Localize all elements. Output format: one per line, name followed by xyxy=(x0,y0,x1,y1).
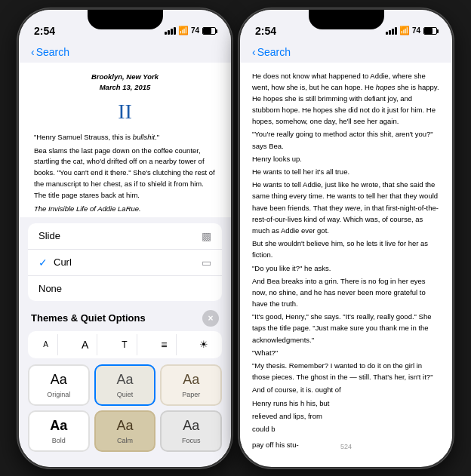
font-controls: A A T ≡ ☀ xyxy=(28,331,222,358)
right-para-2: Henry looks up. xyxy=(252,153,440,164)
focus-label: Focus xyxy=(182,437,201,444)
right-back-button[interactable]: ‹ Search xyxy=(252,46,291,58)
battery-label: 74 xyxy=(191,26,199,35)
notch xyxy=(88,10,163,29)
left-chevron-icon: ‹ xyxy=(31,46,35,58)
right-para-14: could b xyxy=(252,423,440,435)
themes-title: Themes & Quiet Options xyxy=(31,312,146,324)
right-para-4: He wants to tell Addie, just like he wro… xyxy=(252,179,440,236)
quiet-label: Quiet xyxy=(117,391,134,398)
right-status-bar: 2:54 📶 74 xyxy=(240,10,452,43)
right-para-8: "It's good, Henry," she says. "It's real… xyxy=(252,311,440,345)
small-a-icon: A xyxy=(43,340,48,349)
right-para-9: "What?" xyxy=(252,347,440,358)
book-para-0: "Henry Samuel Strauss, this is bullshit.… xyxy=(34,132,216,143)
spacing-icon: ≡ xyxy=(161,339,167,351)
right-wifi-icon: 📶 xyxy=(399,26,410,35)
left-status-bar: 2:54 📶 74 xyxy=(19,10,231,43)
close-button[interactable]: × xyxy=(202,310,219,327)
bottom-panel: Slide ▩ ✓ Curl ▭ None Themes & Quiet Opt… xyxy=(19,217,231,467)
left-status-icons: 📶 74 xyxy=(165,26,216,35)
none-label: None xyxy=(38,283,62,294)
left-back-button[interactable]: ‹ Search xyxy=(31,46,69,58)
theme-bold[interactable]: Aa Bold xyxy=(28,410,90,452)
right-para-3: He wants to tell her it's all true. xyxy=(252,166,440,177)
slide-icon: ▩ xyxy=(202,230,211,242)
right-battery-label: 74 xyxy=(412,26,420,35)
signal-icon xyxy=(165,27,176,35)
phones-container: 2:54 📶 74 ‹ Search xyxy=(17,8,454,468)
none-option[interactable]: None xyxy=(28,276,222,301)
right-back-label: Search xyxy=(257,46,291,58)
right-status-icons: 📶 74 xyxy=(386,26,437,35)
theme-calm[interactable]: Aa Calm xyxy=(94,410,156,452)
right-notch xyxy=(309,10,384,29)
check-icon: ✓ xyxy=(38,256,48,269)
increase-font-button[interactable]: A xyxy=(73,334,97,355)
book-para-1: Bea slams the last page down on the coff… xyxy=(34,146,216,201)
slide-option[interactable]: Slide ▩ xyxy=(28,223,222,250)
quiet-aa: Aa xyxy=(116,372,133,388)
curl-option[interactable]: ✓ Curl ▭ xyxy=(28,250,222,276)
right-para-10: "My thesis. Remember? I wanted to do it … xyxy=(252,360,440,382)
decrease-font-button[interactable]: A xyxy=(34,334,58,355)
right-para-6: "Do you like it?" he asks. xyxy=(252,263,440,274)
right-para-1: "You're really going to method actor thi… xyxy=(252,128,440,151)
right-chevron-icon: ‹ xyxy=(252,46,256,58)
wifi-icon: 📶 xyxy=(178,26,189,35)
book-chapter: II xyxy=(34,96,216,127)
right-battery-icon xyxy=(423,27,437,35)
book-location: Brooklyn, New York March 13, 2015 xyxy=(34,72,216,94)
right-para-5: But she wouldn't believe him, so he lets… xyxy=(252,238,440,260)
right-para-12: Henry runs his h his, but xyxy=(252,398,440,409)
left-phone: 2:54 📶 74 ‹ Search xyxy=(17,8,232,468)
theme-paper[interactable]: Aa Paper xyxy=(160,364,222,406)
right-nav-bar: ‹ Search xyxy=(240,43,452,63)
battery-icon xyxy=(202,27,216,35)
curl-icon: ▭ xyxy=(202,256,211,269)
paper-label: Paper xyxy=(182,391,200,398)
left-nav-bar: ‹ Search xyxy=(19,43,231,63)
theme-original[interactable]: Aa Original xyxy=(28,364,90,406)
paper-aa: Aa xyxy=(183,372,199,388)
close-icon: × xyxy=(208,313,213,324)
right-time: 2:54 xyxy=(255,25,276,37)
theme-focus[interactable]: Aa Focus xyxy=(160,410,222,452)
font-type-icon: T xyxy=(122,339,127,350)
calm-label: Calm xyxy=(117,437,133,444)
page-number: 524 xyxy=(340,443,352,450)
font-select-button[interactable]: T xyxy=(113,334,137,355)
spacing-button[interactable]: ≡ xyxy=(152,334,177,355)
slide-label: Slide xyxy=(38,230,60,241)
theme-grid: Aa Original Aa Quiet Aa Paper Aa Bold Aa xyxy=(28,364,222,452)
bold-label: Bold xyxy=(52,437,66,444)
brightness-button[interactable]: ☀ xyxy=(192,334,216,355)
large-a-icon: A xyxy=(82,339,88,351)
calm-aa: Aa xyxy=(116,418,133,434)
right-para-7: And Bea breaks into a grin. There is no … xyxy=(252,275,440,310)
brightness-icon: ☀ xyxy=(199,339,208,350)
right-para-16: icate a little while xyxy=(252,452,440,454)
curl-label: Curl xyxy=(54,256,202,268)
original-aa: Aa xyxy=(51,372,67,388)
original-label: Original xyxy=(47,391,70,398)
bold-aa: Aa xyxy=(50,418,67,434)
right-para-13: relieved and lips, from xyxy=(252,410,440,422)
theme-quiet[interactable]: Aa Quiet xyxy=(94,364,156,406)
left-back-label: Search xyxy=(36,46,69,58)
right-para-11: And of course, it is. ought of xyxy=(252,384,440,395)
left-book-content: Brooklyn, New York March 13, 2015 II "He… xyxy=(19,63,231,229)
transition-menu: Slide ▩ ✓ Curl ▭ None xyxy=(28,223,222,301)
focus-aa: Aa xyxy=(183,418,199,434)
right-book-content: He does not know what happened to Addie,… xyxy=(240,63,452,455)
right-signal-icon xyxy=(386,27,397,35)
right-para-0: He does not know what happened to Addie,… xyxy=(252,70,440,127)
left-time: 2:54 xyxy=(34,25,55,37)
themes-header: Themes & Quiet Options × xyxy=(28,307,222,331)
book-para-2: The Invisible Life of Addie LaRue. xyxy=(34,204,216,215)
right-phone: 2:54 📶 74 ‹ Search xyxy=(239,8,454,468)
